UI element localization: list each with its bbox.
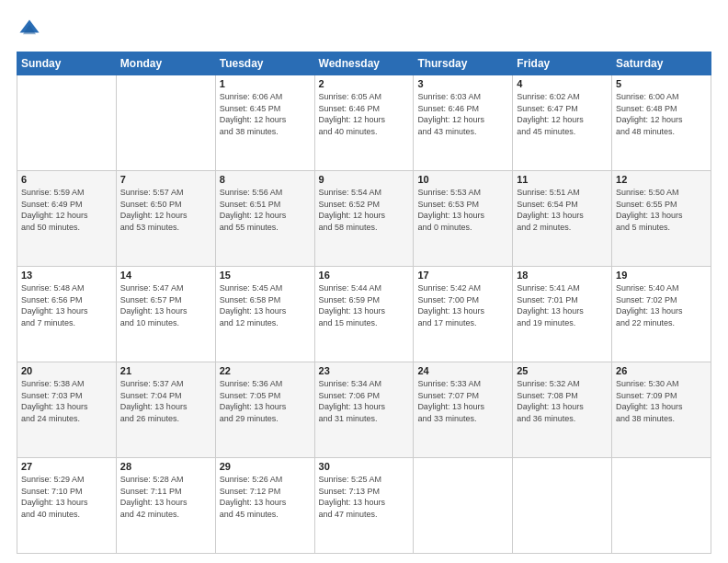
calendar-week-row: 27Sunrise: 5:29 AM Sunset: 7:10 PM Dayli… [17, 458, 711, 554]
day-number: 8 [220, 174, 311, 185]
day-info: Sunrise: 6:02 AM Sunset: 6:47 PM Dayligh… [517, 91, 608, 137]
day-number: 12 [616, 174, 707, 185]
calendar-cell: 11Sunrise: 5:51 AM Sunset: 6:54 PM Dayli… [513, 171, 612, 267]
day-number: 10 [417, 174, 508, 185]
calendar-cell: 28Sunrise: 5:28 AM Sunset: 7:11 PM Dayli… [116, 458, 215, 554]
col-saturday: Saturday [612, 52, 711, 75]
day-info: Sunrise: 5:37 AM Sunset: 7:04 PM Dayligh… [120, 378, 211, 424]
calendar-cell: 14Sunrise: 5:47 AM Sunset: 6:57 PM Dayli… [116, 267, 215, 362]
day-info: Sunrise: 5:32 AM Sunset: 7:08 PM Dayligh… [517, 378, 608, 424]
day-info: Sunrise: 5:59 AM Sunset: 6:49 PM Dayligh… [21, 187, 112, 233]
col-tuesday: Tuesday [215, 52, 314, 75]
calendar-cell: 15Sunrise: 5:45 AM Sunset: 6:58 PM Dayli… [215, 267, 314, 362]
col-monday: Monday [116, 52, 215, 75]
day-info: Sunrise: 5:42 AM Sunset: 7:00 PM Dayligh… [417, 282, 508, 328]
day-info: Sunrise: 5:33 AM Sunset: 7:07 PM Dayligh… [417, 378, 508, 424]
day-info: Sunrise: 5:47 AM Sunset: 6:57 PM Dayligh… [120, 282, 211, 328]
day-number: 19 [616, 270, 707, 281]
day-number: 9 [319, 174, 410, 185]
day-info: Sunrise: 5:36 AM Sunset: 7:05 PM Dayligh… [220, 378, 311, 424]
day-info: Sunrise: 5:57 AM Sunset: 6:50 PM Dayligh… [120, 187, 211, 233]
logo [17, 17, 46, 42]
calendar-cell: 1Sunrise: 6:06 AM Sunset: 6:45 PM Daylig… [215, 75, 314, 171]
day-info: Sunrise: 5:44 AM Sunset: 6:59 PM Dayligh… [319, 282, 410, 328]
col-wednesday: Wednesday [314, 52, 414, 75]
day-number: 25 [517, 365, 608, 376]
day-info: Sunrise: 5:51 AM Sunset: 6:54 PM Dayligh… [517, 187, 608, 233]
calendar-cell: 21Sunrise: 5:37 AM Sunset: 7:04 PM Dayli… [116, 362, 215, 458]
calendar-cell: 2Sunrise: 6:05 AM Sunset: 6:46 PM Daylig… [314, 75, 414, 171]
calendar-cell: 6Sunrise: 5:59 AM Sunset: 6:49 PM Daylig… [17, 171, 117, 267]
calendar-cell: 18Sunrise: 5:41 AM Sunset: 7:01 PM Dayli… [513, 267, 612, 362]
day-info: Sunrise: 5:50 AM Sunset: 6:55 PM Dayligh… [616, 187, 707, 233]
day-info: Sunrise: 5:28 AM Sunset: 7:11 PM Dayligh… [120, 474, 211, 520]
col-sunday: Sunday [17, 52, 117, 75]
logo-icon [17, 17, 42, 42]
calendar-cell: 12Sunrise: 5:50 AM Sunset: 6:55 PM Dayli… [612, 171, 711, 267]
day-info: Sunrise: 5:48 AM Sunset: 6:56 PM Dayligh… [21, 282, 112, 328]
day-number: 6 [21, 174, 112, 185]
calendar-table: Sunday Monday Tuesday Wednesday Thursday… [17, 52, 711, 554]
day-info: Sunrise: 5:25 AM Sunset: 7:13 PM Dayligh… [319, 474, 410, 520]
calendar-cell: 17Sunrise: 5:42 AM Sunset: 7:00 PM Dayli… [414, 267, 513, 362]
day-info: Sunrise: 5:41 AM Sunset: 7:01 PM Dayligh… [517, 282, 608, 328]
day-number: 15 [220, 270, 311, 281]
calendar-week-row: 6Sunrise: 5:59 AM Sunset: 6:49 PM Daylig… [17, 171, 711, 267]
day-number: 18 [517, 270, 608, 281]
day-info: Sunrise: 5:26 AM Sunset: 7:12 PM Dayligh… [220, 474, 311, 520]
calendar-cell: 26Sunrise: 5:30 AM Sunset: 7:09 PM Dayli… [612, 362, 711, 458]
day-info: Sunrise: 6:03 AM Sunset: 6:46 PM Dayligh… [417, 91, 508, 137]
day-number: 17 [417, 270, 508, 281]
day-info: Sunrise: 5:40 AM Sunset: 7:02 PM Dayligh… [616, 282, 707, 328]
calendar-cell: 24Sunrise: 5:33 AM Sunset: 7:07 PM Dayli… [414, 362, 513, 458]
col-friday: Friday [513, 52, 612, 75]
calendar-cell [116, 75, 215, 171]
day-info: Sunrise: 6:05 AM Sunset: 6:46 PM Dayligh… [319, 91, 410, 137]
day-number: 28 [120, 461, 211, 472]
calendar-cell [414, 458, 513, 554]
day-number: 16 [319, 270, 410, 281]
day-number: 13 [21, 270, 112, 281]
day-number: 24 [417, 365, 508, 376]
day-number: 30 [319, 461, 410, 472]
day-number: 11 [517, 174, 608, 185]
calendar-cell: 5Sunrise: 6:00 AM Sunset: 6:48 PM Daylig… [612, 75, 711, 171]
calendar-cell: 3Sunrise: 6:03 AM Sunset: 6:46 PM Daylig… [414, 75, 513, 171]
calendar-cell: 4Sunrise: 6:02 AM Sunset: 6:47 PM Daylig… [513, 75, 612, 171]
day-number: 1 [220, 78, 311, 89]
day-number: 3 [417, 78, 508, 89]
calendar-cell [513, 458, 612, 554]
calendar-cell: 19Sunrise: 5:40 AM Sunset: 7:02 PM Dayli… [612, 267, 711, 362]
day-info: Sunrise: 5:54 AM Sunset: 6:52 PM Dayligh… [319, 187, 410, 233]
page: Sunday Monday Tuesday Wednesday Thursday… [0, 0, 728, 563]
day-number: 27 [21, 461, 112, 472]
day-number: 26 [616, 365, 707, 376]
day-info: Sunrise: 5:30 AM Sunset: 7:09 PM Dayligh… [616, 378, 707, 424]
day-number: 23 [319, 365, 410, 376]
calendar-cell: 29Sunrise: 5:26 AM Sunset: 7:12 PM Dayli… [215, 458, 314, 554]
day-number: 7 [120, 174, 211, 185]
day-number: 21 [120, 365, 211, 376]
calendar-cell: 8Sunrise: 5:56 AM Sunset: 6:51 PM Daylig… [215, 171, 314, 267]
calendar-cell: 10Sunrise: 5:53 AM Sunset: 6:53 PM Dayli… [414, 171, 513, 267]
col-thursday: Thursday [414, 52, 513, 75]
day-info: Sunrise: 5:34 AM Sunset: 7:06 PM Dayligh… [319, 378, 410, 424]
calendar-cell: 20Sunrise: 5:38 AM Sunset: 7:03 PM Dayli… [17, 362, 117, 458]
calendar-cell: 23Sunrise: 5:34 AM Sunset: 7:06 PM Dayli… [314, 362, 414, 458]
day-info: Sunrise: 5:38 AM Sunset: 7:03 PM Dayligh… [21, 378, 112, 424]
calendar-cell: 16Sunrise: 5:44 AM Sunset: 6:59 PM Dayli… [314, 267, 414, 362]
day-info: Sunrise: 5:56 AM Sunset: 6:51 PM Dayligh… [220, 187, 311, 233]
day-info: Sunrise: 5:45 AM Sunset: 6:58 PM Dayligh… [220, 282, 311, 328]
calendar-cell [612, 458, 711, 554]
calendar-cell: 30Sunrise: 5:25 AM Sunset: 7:13 PM Dayli… [314, 458, 414, 554]
day-number: 14 [120, 270, 211, 281]
calendar-week-row: 20Sunrise: 5:38 AM Sunset: 7:03 PM Dayli… [17, 362, 711, 458]
day-number: 22 [220, 365, 311, 376]
calendar-header-row: Sunday Monday Tuesday Wednesday Thursday… [17, 52, 711, 75]
calendar-cell: 25Sunrise: 5:32 AM Sunset: 7:08 PM Dayli… [513, 362, 612, 458]
header [17, 17, 711, 42]
calendar-cell: 7Sunrise: 5:57 AM Sunset: 6:50 PM Daylig… [116, 171, 215, 267]
day-number: 29 [220, 461, 311, 472]
day-number: 2 [319, 78, 410, 89]
day-info: Sunrise: 5:53 AM Sunset: 6:53 PM Dayligh… [417, 187, 508, 233]
